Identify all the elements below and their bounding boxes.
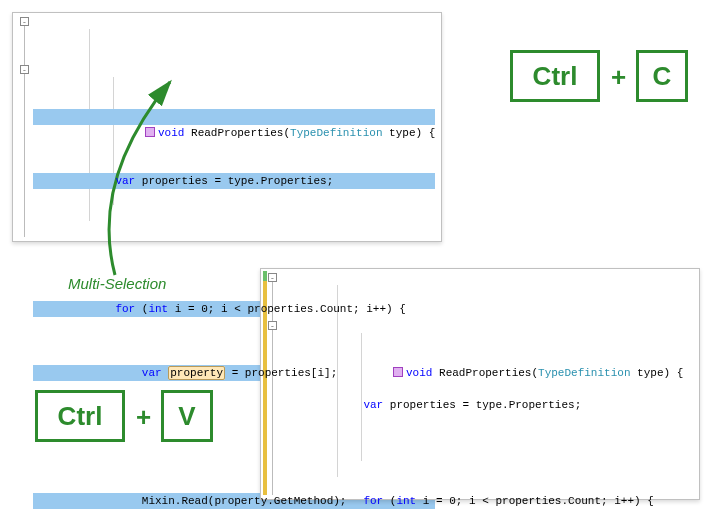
source-editor-top: - - void ReadProperties(TypeDefinition t… [12, 12, 442, 24]
fold-collapse-method[interactable]: - [20, 17, 29, 24]
gutter-top: - - [13, 13, 33, 24]
code-block-top: void ReadProperties(TypeDefinition type)… [33, 13, 441, 24]
